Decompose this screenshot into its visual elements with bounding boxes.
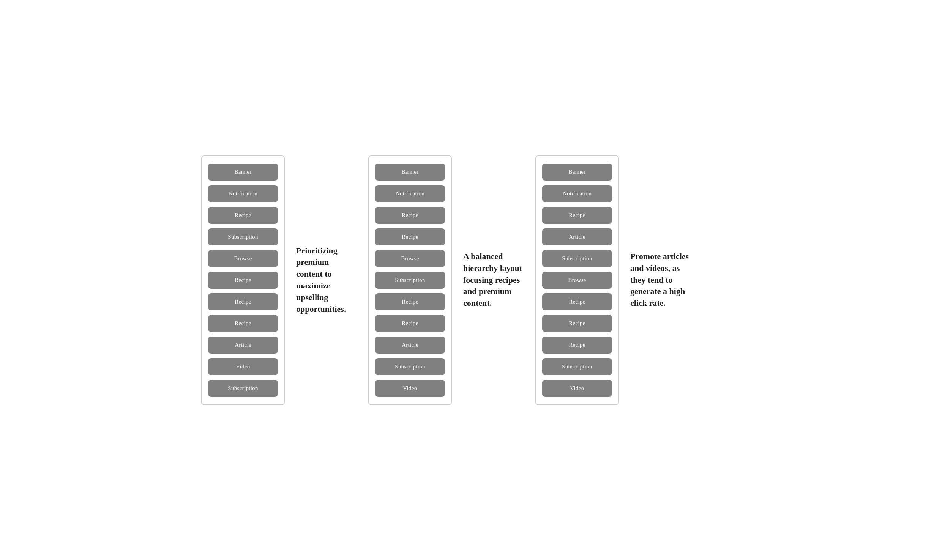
column-group-2: BannerNotificationRecipeRecipeBrowseSubs… — [368, 155, 535, 405]
pill-1-8[interactable]: Recipe — [208, 315, 278, 332]
pill-3-3[interactable]: Recipe — [542, 207, 612, 224]
pill-1-3[interactable]: Recipe — [208, 207, 278, 224]
pill-3-5[interactable]: Subscription — [542, 250, 612, 267]
description-2: A balanced hierarchy layout focusing rec… — [452, 243, 535, 317]
main-container: BannerNotificationRecipeSubscriptionBrow… — [201, 155, 733, 405]
pill-2-2[interactable]: Notification — [375, 185, 445, 202]
pill-1-10[interactable]: Video — [208, 358, 278, 375]
pill-3-8[interactable]: Recipe — [542, 315, 612, 332]
pill-2-5[interactable]: Browse — [375, 250, 445, 267]
card-1: BannerNotificationRecipeSubscriptionBrow… — [201, 155, 285, 405]
pill-2-6[interactable]: Subscription — [375, 272, 445, 289]
description-1: Prioritizing premium content to maximize… — [285, 238, 368, 323]
card-2: BannerNotificationRecipeRecipeBrowseSubs… — [368, 155, 452, 405]
pill-2-10[interactable]: Subscription — [375, 358, 445, 375]
pill-2-1[interactable]: Banner — [375, 164, 445, 181]
pill-3-2[interactable]: Notification — [542, 185, 612, 202]
pill-2-8[interactable]: Recipe — [375, 315, 445, 332]
pill-3-9[interactable]: Recipe — [542, 337, 612, 354]
pill-3-6[interactable]: Browse — [542, 272, 612, 289]
pill-1-6[interactable]: Recipe — [208, 272, 278, 289]
pill-1-7[interactable]: Recipe — [208, 293, 278, 310]
pill-1-2[interactable]: Notification — [208, 185, 278, 202]
pill-3-11[interactable]: Video — [542, 380, 612, 397]
pill-2-3[interactable]: Recipe — [375, 207, 445, 224]
pill-1-5[interactable]: Browse — [208, 250, 278, 267]
pill-2-9[interactable]: Article — [375, 337, 445, 354]
pill-2-11[interactable]: Video — [375, 380, 445, 397]
column-group-3: BannerNotificationRecipeArticleSubscript… — [535, 155, 702, 405]
column-group-1: BannerNotificationRecipeSubscriptionBrow… — [201, 155, 368, 405]
pill-2-7[interactable]: Recipe — [375, 293, 445, 310]
pill-1-9[interactable]: Article — [208, 337, 278, 354]
card-3: BannerNotificationRecipeArticleSubscript… — [535, 155, 619, 405]
pill-1-4[interactable]: Subscription — [208, 228, 278, 245]
pill-3-7[interactable]: Recipe — [542, 293, 612, 310]
pill-2-4[interactable]: Recipe — [375, 228, 445, 245]
pill-1-11[interactable]: Subscription — [208, 380, 278, 397]
description-3: Promote articles and videos, as they ten… — [619, 243, 702, 317]
pill-3-1[interactable]: Banner — [542, 164, 612, 181]
pill-3-4[interactable]: Article — [542, 228, 612, 245]
pill-1-1[interactable]: Banner — [208, 164, 278, 181]
pill-3-10[interactable]: Subscription — [542, 358, 612, 375]
